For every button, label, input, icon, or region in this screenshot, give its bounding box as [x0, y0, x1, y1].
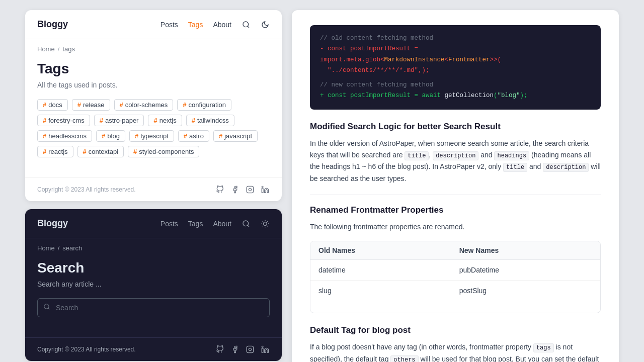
inline-code-title-v2: title	[503, 163, 527, 172]
svg-point-17	[44, 304, 49, 309]
tag-docs[interactable]: # docs	[37, 99, 68, 111]
brand-logo: Bloggy	[37, 19, 68, 30]
search-nav-links: Posts Tags About	[160, 219, 270, 228]
left-column: Bloggy Posts Tags About Home / tags	[25, 10, 282, 362]
tag-javascript[interactable]: # javascript	[213, 130, 258, 142]
search-subtitle: Search any article ...	[37, 280, 270, 288]
search-nav-sun-icon[interactable]	[261, 219, 270, 228]
search-nav-tags[interactable]: Tags	[188, 220, 203, 228]
tags-footer: Copyright © 2023 All rights reserved.	[25, 177, 282, 201]
table-cell-slug: slug	[310, 281, 451, 301]
main-layout: Bloggy Posts Tags About Home / tags	[25, 10, 619, 362]
tag-color-schemes[interactable]: # color-schemes	[114, 99, 174, 111]
code-removed-2: "../contents/**/**/*.md",);	[320, 67, 430, 74]
tag-forestry-cms[interactable]: # forestry-cms	[37, 115, 90, 126]
theme-toggle-icon[interactable]	[261, 20, 270, 29]
search-footer-icons	[215, 345, 270, 354]
inline-code-headings: headings	[494, 151, 529, 160]
instagram-icon[interactable]	[246, 185, 255, 194]
tag-astro-paper[interactable]: # astro-paper	[94, 115, 144, 126]
table-cell-postslug: postSlug	[451, 281, 600, 301]
code-removed-1: - const postImportResult = import.meta.g…	[320, 45, 501, 63]
search-nav-about[interactable]: About	[213, 220, 231, 228]
tag-reactjs[interactable]: # reactjs	[37, 146, 73, 157]
svg-point-5	[262, 186, 263, 188]
svg-line-11	[263, 221, 263, 221]
tags-content: Tags All the tags used in posts. # docs …	[25, 53, 282, 175]
nav-about[interactable]: About	[213, 21, 231, 29]
svg-rect-2	[247, 186, 253, 193]
page-title: Tags	[37, 61, 270, 77]
rename-table-wrapper: Old Names New Names datetime pubDatetime…	[310, 241, 601, 313]
search-instagram-icon[interactable]	[246, 345, 255, 354]
search-input[interactable]	[37, 298, 270, 317]
search-breadcrumb: Home / search	[25, 238, 282, 252]
tag-astro[interactable]: # astro	[178, 130, 209, 142]
search-nav-posts[interactable]: Posts	[160, 220, 178, 228]
svg-line-18	[48, 308, 50, 310]
search-title: Search	[37, 260, 270, 276]
table-row: datetime pubDatetime	[310, 260, 600, 281]
tag-styled-components[interactable]: # styled-components	[128, 146, 199, 157]
tag-typescript[interactable]: # typescript	[129, 130, 174, 142]
svg-line-7	[248, 225, 249, 227]
search-breadcrumb-sep: /	[58, 244, 60, 252]
inline-code-description: description	[433, 151, 478, 160]
tags-nav: Bloggy Posts Tags About	[25, 10, 282, 39]
search-nav-search-icon[interactable]	[242, 219, 251, 228]
tag-blog[interactable]: # blog	[96, 130, 125, 142]
search-footer: Copyright © 2023 All rights reserved.	[25, 337, 282, 361]
inline-code-others: others	[390, 355, 418, 362]
search-brand: Bloggy	[37, 218, 68, 229]
tag-configuration[interactable]: # configuration	[177, 99, 231, 111]
table-header-new: New Names	[451, 241, 600, 260]
svg-rect-4	[262, 189, 263, 193]
right-panel: // old content fetching method - const p…	[292, 10, 619, 362]
inline-code-tags: tags	[533, 343, 554, 352]
search-linkedin-icon[interactable]	[261, 345, 270, 354]
tags-grid: # docs # release # color-schemes # confi…	[37, 99, 270, 157]
github-icon[interactable]	[215, 185, 224, 194]
tag-release[interactable]: # release	[72, 99, 110, 111]
svg-point-22	[262, 346, 263, 347]
svg-rect-19	[247, 346, 253, 352]
search-breadcrumb-current: search	[62, 244, 82, 252]
code-comment-1: // old content fetching method	[320, 35, 433, 42]
facebook-icon[interactable]	[230, 185, 239, 194]
code-block: // old content fetching method - const p…	[310, 25, 601, 110]
divider-1	[310, 195, 601, 195]
table-row: slug postSlug	[310, 281, 600, 301]
search-content: Search Search any article ...	[25, 252, 282, 335]
search-footer-copyright: Copyright © 2023 All rights reserved.	[37, 346, 136, 353]
nav-posts[interactable]: Posts	[160, 21, 178, 29]
tag-tailwindcss[interactable]: # tailwindcss	[186, 115, 234, 126]
footer-copyright: Copyright © 2023 All rights reserved.	[37, 186, 136, 193]
breadcrumb-sep: /	[58, 45, 60, 53]
breadcrumb-tags: tags	[62, 45, 75, 53]
search-field-icon	[43, 303, 50, 312]
search-facebook-icon[interactable]	[230, 345, 239, 354]
svg-line-1	[248, 26, 249, 28]
svg-point-6	[243, 221, 249, 226]
nav-tags[interactable]: Tags	[188, 21, 203, 29]
code-added-1: + const postImportResult = await getColl…	[320, 92, 528, 99]
svg-rect-21	[262, 348, 263, 352]
section-heading-frontmatter: Renamed Frontmatter Properties	[310, 205, 601, 215]
svg-point-0	[243, 22, 249, 27]
breadcrumb: Home / tags	[25, 39, 282, 53]
tag-nextjs[interactable]: # nextjs	[148, 115, 182, 126]
page-subtitle: All the tags used in posts.	[37, 81, 270, 89]
table-cell-pubdatetime: pubDatetime	[451, 260, 600, 281]
tag-contextapi[interactable]: # contextapi	[77, 146, 124, 157]
search-github-icon[interactable]	[215, 345, 224, 354]
svg-point-8	[264, 222, 267, 225]
search-icon[interactable]	[242, 20, 251, 29]
search-breadcrumb-home[interactable]: Home	[37, 244, 55, 252]
nav-links: Posts Tags About	[160, 20, 270, 29]
tag-headlesscms[interactable]: # headlesscms	[37, 130, 92, 142]
breadcrumb-home[interactable]: Home	[37, 45, 55, 53]
search-nav: Bloggy Posts Tags About	[25, 209, 282, 238]
linkedin-icon[interactable]	[261, 185, 270, 194]
code-comment-2: // new content fetching method	[320, 81, 433, 88]
inline-code-title: title	[405, 151, 429, 160]
